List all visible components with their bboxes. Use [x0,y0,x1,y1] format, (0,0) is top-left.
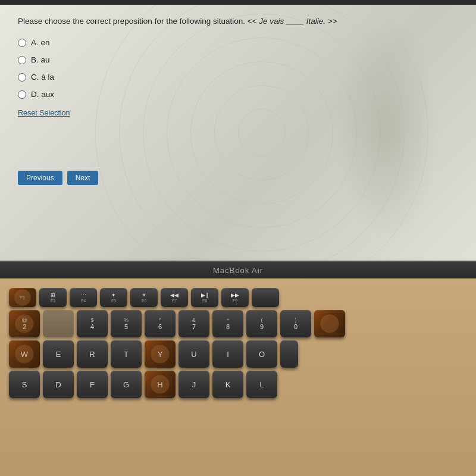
key-u[interactable]: U [178,340,209,368]
key-f2[interactable]: F2 [9,288,36,307]
previous-button[interactable]: Previous [18,171,62,185]
key-0[interactable]: ) 0 [280,310,311,337]
key-p-partial[interactable] [280,340,298,368]
asdf-key-row: S D F G H J K L [9,371,467,398]
reset-selection-link[interactable]: Reset Selection [18,109,70,117]
keyboard-area: F2 ⊞ F3 ⋯ F4 ✦ F5 ☀ F6 ◀◀ F7 [0,278,476,476]
radio-c[interactable] [18,73,26,82]
option-c[interactable]: C. à la [18,73,458,82]
key-r[interactable]: R [77,340,108,368]
qwerty-key-row: W E R T Y U I O [9,340,467,368]
key-f7[interactable]: ◀◀ F7 [161,288,188,307]
key-i[interactable]: I [212,340,243,368]
key-e[interactable]: E [43,340,74,368]
instruction-text: Please choose the correct preposition fo… [18,17,245,26]
key-f6[interactable]: ☀ F6 [130,288,158,307]
key-f[interactable]: F [77,371,108,398]
option-b[interactable]: B. au [18,55,458,64]
key-k[interactable]: K [212,371,243,398]
nav-buttons: Previous Next [18,171,458,185]
key-s[interactable]: S [9,371,40,398]
key-6[interactable]: ^ 6 [145,310,176,337]
key-f4[interactable]: ⋯ F4 [70,288,97,307]
key-t[interactable]: T [111,340,142,368]
option-b-label: B. au [31,55,50,64]
key-d[interactable]: D [43,371,74,398]
key-o[interactable]: O [246,340,277,368]
keyboard: F2 ⊞ F3 ⋯ F4 ✦ F5 ☀ F6 ◀◀ F7 [3,284,473,402]
key-f3[interactable]: ⊞ F3 [39,288,67,307]
content-area: Please choose the correct preposition fo… [0,5,476,196]
key-2[interactable]: @ 2 [9,310,40,337]
key-w[interactable]: W [9,340,40,368]
key-extra[interactable] [314,310,345,337]
option-d[interactable]: D. aux [18,90,458,99]
key-7[interactable]: & 7 [178,310,209,337]
laptop-bezel: MacBook Air [0,261,476,278]
screen-top-bar [0,0,476,5]
key-g[interactable]: G [111,371,142,398]
option-a-label: A. en [31,38,50,47]
key-l[interactable]: L [246,371,277,398]
option-d-label: D. aux [31,90,54,99]
key-f8[interactable]: ▶|| F8 [191,288,218,307]
key-5[interactable]: % 5 [111,310,142,337]
key-y[interactable]: Y [145,340,176,368]
number-key-row: @ 2 $ 4 % 5 ^ 6 & 7 * 8 [9,310,467,337]
french-text: << Je vais ____ Italie. >> [248,17,337,26]
radio-a[interactable] [18,39,26,47]
key-f5[interactable]: ✦ F5 [100,288,127,307]
key-8[interactable]: * 8 [212,310,243,337]
question-text: Please choose the correct preposition fo… [18,15,458,27]
option-c-label: C. à la [31,73,54,82]
fn-key-row: F2 ⊞ F3 ⋯ F4 ✦ F5 ☀ F6 ◀◀ F7 [9,288,467,307]
key-3[interactable] [43,310,74,337]
screen: Please choose the correct preposition fo… [0,5,476,261]
radio-d[interactable] [18,90,26,99]
macbook-brand-label: MacBook Air [213,266,263,275]
key-j[interactable]: J [178,371,209,398]
options-list: A. en B. au C. à la D. aux [18,38,458,99]
key-f9[interactable]: ▶▶ F9 [221,288,249,307]
key-h[interactable]: H [145,371,176,398]
key-4[interactable]: $ 4 [77,310,108,337]
radio-b[interactable] [18,56,26,64]
option-a[interactable]: A. en [18,38,458,47]
key-f10[interactable] [252,288,279,307]
next-button[interactable]: Next [67,171,99,185]
key-9[interactable]: ( 9 [246,310,277,337]
